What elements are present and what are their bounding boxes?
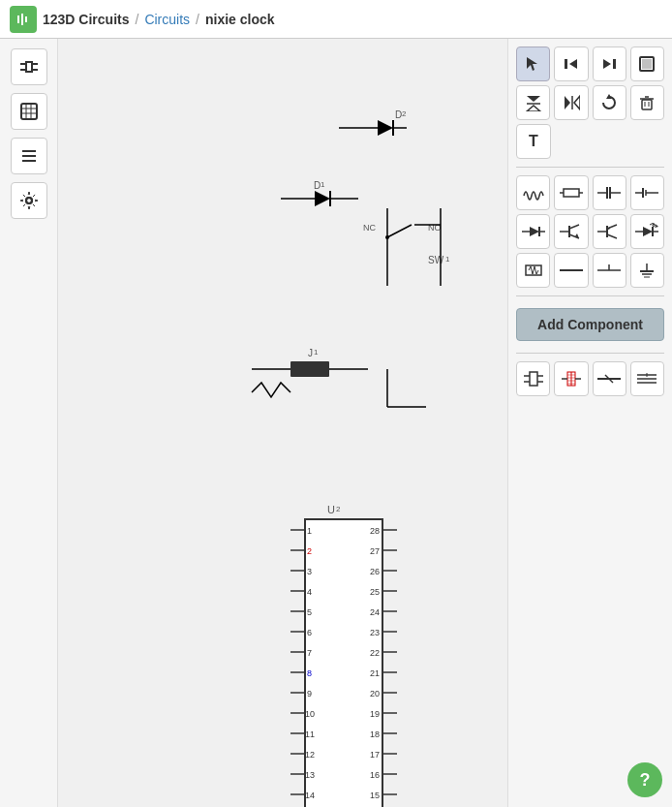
settings-tool-btn[interactable]: [11, 182, 47, 219]
flip-horizontal-btn[interactable]: [554, 85, 588, 120]
help-btn[interactable]: ?: [627, 762, 662, 797]
svg-text:1: 1: [321, 180, 325, 189]
extra-btn-2[interactable]: [554, 361, 588, 396]
svg-text:24: 24: [370, 607, 380, 617]
svg-text:25: 25: [370, 587, 380, 597]
svg-rect-124: [564, 189, 579, 197]
connector-j1[interactable]: J 1: [252, 348, 426, 407]
svg-text:15: 15: [370, 791, 380, 800]
svg-rect-3: [25, 16, 27, 22]
svg-text:11: 11: [305, 729, 315, 739]
svg-marker-149: [643, 227, 653, 236]
delete-btn[interactable]: [630, 85, 664, 120]
svg-rect-110: [642, 59, 652, 69]
schematic-svg: D 2 D 1 NC NO SW 1: [58, 39, 507, 807]
svg-text:20: 20: [370, 689, 380, 698]
svg-rect-2: [21, 14, 23, 25]
svg-text:26: 26: [370, 567, 380, 576]
svg-text:1: 1: [314, 348, 319, 357]
svg-line-146: [607, 234, 617, 238]
extra-btn-4[interactable]: [630, 361, 664, 396]
rotate-btn[interactable]: [593, 85, 626, 120]
inductor-btn[interactable]: [516, 175, 550, 210]
list-tool-btn[interactable]: [11, 138, 47, 174]
add-component-btn[interactable]: Add Component: [516, 308, 664, 341]
svg-rect-1: [17, 16, 19, 23]
svg-text:2: 2: [307, 546, 312, 556]
svg-text:J: J: [308, 348, 313, 358]
svg-text:22: 22: [370, 648, 380, 658]
toolbar-divider-1: [516, 167, 664, 168]
wire-comp-btn[interactable]: [554, 253, 588, 288]
svg-text:10: 10: [305, 709, 315, 719]
svg-marker-135: [530, 227, 539, 236]
svg-marker-108: [603, 59, 611, 69]
right-toolbar: T: [507, 39, 672, 807]
svg-text:9: 9: [307, 689, 312, 698]
oscillator-btn[interactable]: [516, 253, 550, 288]
diode-btn[interactable]: [516, 214, 550, 249]
svg-text:23: 23: [370, 628, 380, 637]
step-fwd-btn[interactable]: [593, 47, 626, 81]
svg-rect-107: [613, 59, 616, 69]
breadcrumb-project: nixie clock: [205, 12, 275, 27]
flip-vertical-btn[interactable]: [516, 85, 550, 120]
led-btn[interactable]: [630, 214, 664, 249]
svg-text:18: 18: [370, 729, 380, 739]
text-btn[interactable]: T: [516, 124, 551, 159]
svg-text:U: U: [327, 504, 335, 515]
svg-marker-106: [569, 59, 577, 69]
switch-sw1[interactable]: NC NO SW 1: [363, 208, 450, 286]
npn-btn[interactable]: [554, 214, 588, 249]
svg-text:21: 21: [370, 668, 380, 678]
svg-rect-40: [290, 361, 329, 377]
extra-btn-3[interactable]: [593, 361, 626, 396]
app-logo: [10, 6, 37, 33]
svg-rect-105: [565, 59, 567, 69]
toolbar-row-3: T: [516, 124, 664, 159]
svg-text:5: 5: [307, 607, 312, 617]
capacitor-btn[interactable]: [593, 175, 626, 210]
wire-tool-btn[interactable]: [11, 48, 47, 85]
svg-text:28: 28: [370, 526, 380, 536]
svg-line-35: [387, 225, 412, 237]
extra-btn-1[interactable]: [516, 361, 550, 396]
svg-text:14: 14: [305, 791, 315, 800]
svg-text:19: 19: [370, 709, 380, 719]
app-name: 123D Circuits: [43, 12, 129, 27]
header: 123D Circuits / Circuits / nixie clock: [0, 0, 672, 39]
breadcrumb-circuits[interactable]: Circuits: [144, 12, 190, 27]
diode-d1[interactable]: D 1: [281, 180, 358, 206]
pnp-btn[interactable]: [593, 214, 626, 249]
schematic-canvas[interactable]: D 2 D 1 NC NO SW 1: [58, 39, 507, 807]
svg-text:NC: NC: [363, 223, 376, 233]
toolbar-divider-2: [516, 295, 664, 296]
svg-marker-113: [527, 106, 540, 111]
svg-point-18: [26, 198, 32, 203]
svg-text:2: 2: [336, 505, 341, 513]
svg-marker-20: [378, 120, 393, 136]
svg-text:2: 2: [402, 109, 407, 118]
comp-row-1: [516, 175, 664, 210]
screenshot-btn[interactable]: [630, 47, 664, 81]
step-back-btn[interactable]: [554, 47, 588, 81]
svg-text:4: 4: [307, 587, 312, 597]
select-tool-btn[interactable]: [516, 47, 550, 81]
extra-row: [516, 361, 664, 396]
svg-text:1: 1: [307, 526, 312, 536]
svg-text:SW: SW: [428, 255, 444, 265]
svg-text:12: 12: [305, 750, 315, 760]
left-sidebar: [0, 39, 58, 807]
resistor-btn[interactable]: [554, 175, 588, 210]
svg-marker-116: [574, 96, 580, 109]
svg-rect-47: [305, 519, 382, 807]
battery-btn[interactable]: [630, 175, 664, 210]
svg-text:13: 13: [305, 770, 315, 780]
svg-marker-111: [527, 96, 540, 102]
ic-u2[interactable]: U 2 1 2 3 4 5 6 7: [290, 504, 397, 807]
diode-d2[interactable]: D 2: [339, 109, 407, 136]
power-btn[interactable]: [630, 253, 664, 288]
component-tool-btn[interactable]: [11, 93, 47, 130]
svg-rect-164: [530, 372, 537, 386]
junction-btn[interactable]: [593, 253, 626, 288]
